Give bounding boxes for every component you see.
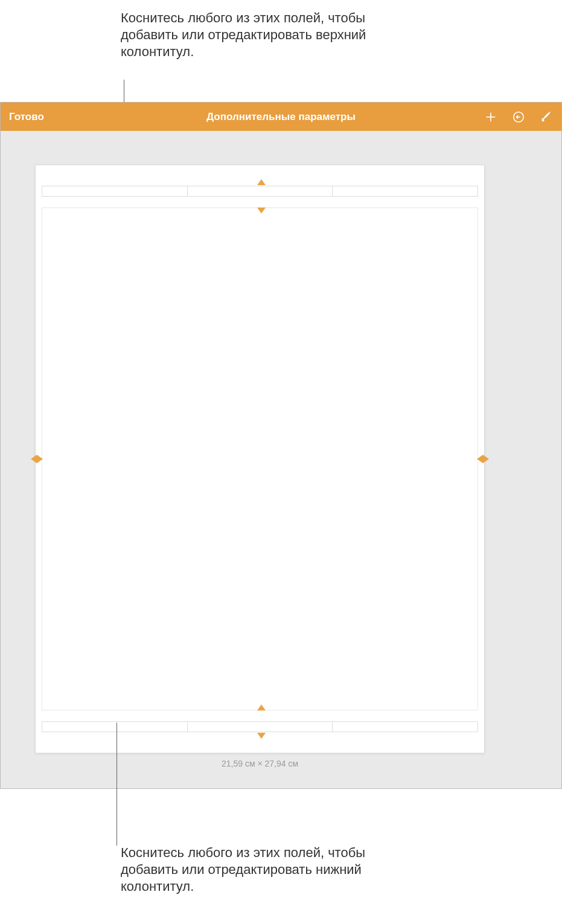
chevron-left-icon <box>31 455 37 463</box>
header-field-right[interactable] <box>333 186 477 196</box>
content-area[interactable] <box>42 207 478 710</box>
canvas-area[interactable]: 21,59 см × 27,94 см <box>1 131 561 788</box>
footer-field-right[interactable] <box>333 722 477 732</box>
toolbar-icons <box>484 110 553 124</box>
margin-handle-left[interactable] <box>31 455 43 463</box>
callout-footer-text: Коснитесь любого из этих полей, чтобы до… <box>121 844 410 895</box>
chevron-right-icon <box>37 455 43 463</box>
margin-handle-right[interactable] <box>477 455 489 463</box>
chevron-right-icon <box>483 455 489 463</box>
toolbar-title: Дополнительные параметры <box>1 111 561 123</box>
header-fields <box>42 186 478 197</box>
undo-icon[interactable] <box>512 110 525 124</box>
plus-icon[interactable] <box>484 110 497 124</box>
header-field-center[interactable] <box>188 186 333 196</box>
app-window: Готово Дополнительные параметры <box>0 102 562 789</box>
header-field-left[interactable] <box>42 186 188 196</box>
page-size-label: 21,59 см × 27,94 см <box>36 759 484 768</box>
chevron-left-icon <box>477 455 483 463</box>
callout-header-text: Коснитесь любого из этих полей, чтобы до… <box>121 10 410 60</box>
margin-handle-top-inner[interactable] <box>257 207 266 214</box>
footer-field-center[interactable] <box>188 722 333 732</box>
margin-handle-bottom-outer[interactable] <box>257 733 266 739</box>
footer-fields <box>42 721 478 732</box>
margin-handle-top-outer[interactable] <box>257 179 266 185</box>
margin-handle-bottom-inner[interactable] <box>257 704 266 710</box>
footer-field-left[interactable] <box>42 722 188 732</box>
brush-icon[interactable] <box>540 110 553 124</box>
callout-footer-line <box>117 723 117 846</box>
screenshot-root: Коснитесь любого из этих полей, чтобы до… <box>0 0 562 924</box>
svg-point-3 <box>541 119 544 121</box>
done-button[interactable]: Готово <box>9 111 44 123</box>
document-page: 21,59 см × 27,94 см <box>35 165 485 753</box>
toolbar: Готово Дополнительные параметры <box>1 103 561 131</box>
